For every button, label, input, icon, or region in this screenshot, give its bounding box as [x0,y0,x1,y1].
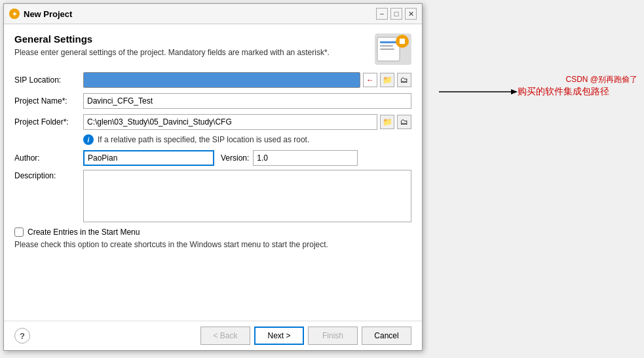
sip-location-input[interactable] [83,72,360,88]
project-name-field [83,93,411,109]
window-controls: − □ ✕ [376,8,417,20]
title-bar-left: ✦ New Project [9,9,72,19]
info-text: If a relative path is specified, the SIP… [98,135,309,144]
description-row: Description: [14,170,411,222]
project-folder-field: 📁 🗂 [83,114,411,130]
dialog-content: General Settings Please enter general se… [4,24,422,321]
new-project-dialog: ✦ New Project − □ ✕ General Settings Ple… [3,3,423,351]
svg-point-6 [399,38,406,45]
svg-rect-4 [380,49,394,50]
annotation-arrow-svg [439,85,518,98]
author-input[interactable] [83,150,214,166]
description-textarea[interactable] [83,170,411,222]
project-name-label: Project Name*: [14,96,83,106]
button-row: ? < Back Next > Finish Cancel [4,321,422,350]
svg-rect-8 [401,44,404,47]
author-label: Author: [14,153,83,163]
svg-rect-2 [380,41,397,43]
annotation-area: 购买的软件集成包路径 CSDN @别再跑偷了 [426,0,644,105]
back-button[interactable]: < Back [200,327,250,345]
checkbox-description: Please check this option to create short… [14,239,411,250]
title-bar: ✦ New Project − □ ✕ [4,4,422,24]
sip-arrow-button[interactable]: ← [363,73,377,87]
watermark: CSDN @别再跑偷了 [565,74,637,85]
info-icon: i [83,134,94,145]
svg-rect-3 [380,45,393,47]
start-menu-checkbox[interactable] [14,228,24,237]
project-name-row: Project Name*: [14,92,411,109]
header-icon [375,33,411,65]
project-name-input[interactable] [83,93,411,109]
help-button[interactable]: ? [14,328,30,344]
author-version-row: Author: Version: [14,150,411,166]
finish-button[interactable]: Finish [308,327,358,345]
sip-browse-button[interactable]: 📁 [380,73,394,87]
next-button[interactable]: Next > [254,327,304,345]
header-section: General Settings Please enter general se… [14,33,411,65]
start-menu-checkbox-label: Create Entries in the Start Menu [28,228,140,237]
maximize-button[interactable]: □ [390,8,402,20]
svg-rect-10 [405,40,407,43]
annotation-text: 购买的软件集成包路径 [518,86,609,98]
sip-location-label: SIP Location: [14,75,83,85]
nav-buttons: < Back Next > Finish Cancel [200,327,411,345]
sip-browse2-button[interactable]: 🗂 [397,73,411,87]
close-button[interactable]: ✕ [405,8,417,20]
version-label: Version: [221,153,249,163]
sip-location-row: SIP Location: ← 📁 🗂 [14,71,411,89]
folder-browse-button[interactable]: 📁 [380,115,394,129]
description-label: Description: [14,170,83,180]
header-text: General Settings Please enter general se… [14,33,368,58]
folder-browse2-button[interactable]: 🗂 [397,115,411,129]
svg-rect-9 [397,40,400,43]
version-input[interactable] [253,150,358,166]
minimize-button[interactable]: − [376,8,388,20]
window-title: New Project [24,9,72,19]
start-menu-checkbox-row: Create Entries in the Start Menu [14,228,411,237]
sip-location-field: ← 📁 🗂 [83,72,411,88]
project-folder-input[interactable] [83,114,377,130]
page-title: General Settings [14,33,368,45]
project-folder-row: Project Folder*: 📁 🗂 [14,113,411,130]
svg-marker-12 [511,89,518,94]
app-icon: ✦ [9,9,20,19]
page-description: Please enter general settings of the pro… [14,47,368,58]
info-row: i If a relative path is specified, the S… [14,134,411,145]
project-folder-label: Project Folder*: [14,117,83,127]
cancel-button[interactable]: Cancel [362,327,411,345]
svg-rect-7 [401,36,404,39]
annotation-line: 购买的软件集成包路径 [439,85,631,98]
